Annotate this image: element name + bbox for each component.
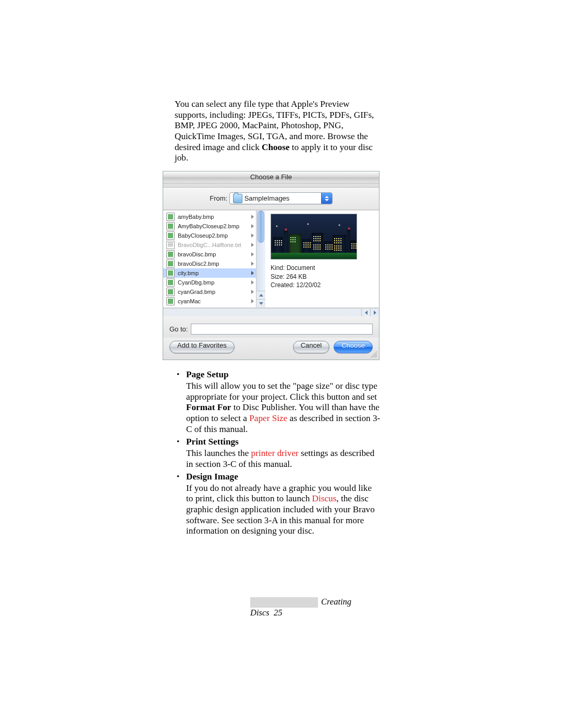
page-footer: Creating Discs 25	[250, 597, 381, 618]
file-name: city.bmp	[178, 270, 199, 277]
horizontal-scrollbar[interactable]	[163, 308, 379, 316]
section-body: This will allow you to set the "page siz…	[186, 381, 381, 435]
dialog-pinstripe	[163, 183, 379, 188]
image-file-icon	[166, 250, 175, 258]
link-text[interactable]: Paper Size	[249, 413, 287, 423]
image-file-icon	[166, 231, 175, 240]
footer-bar	[250, 597, 318, 608]
dialog-title: Choose a File	[250, 173, 292, 181]
file-name: cyanMac	[178, 298, 201, 305]
file-row[interactable]: cyanGrad.bmp	[163, 287, 256, 297]
disclosure-caret-icon	[251, 290, 254, 294]
section-body: This launches the printer driver setting…	[186, 448, 381, 470]
cancel-button[interactable]: Cancel	[293, 341, 329, 353]
file-row[interactable]: bravoDisc.bmp	[163, 250, 256, 259]
from-row: From: SampleImages	[163, 188, 379, 210]
disclosure-caret-icon	[251, 215, 254, 219]
section-heading: Design Image	[186, 472, 381, 483]
preview-column: Kind: Document Size: 264 KB Created: 12/…	[265, 211, 379, 307]
goto-label: Go to:	[169, 325, 188, 334]
folder-popup-value: SampleImages	[244, 194, 290, 203]
section-heading: Page Setup	[186, 369, 381, 380]
file-row[interactable]: CyanDbg.bmp	[163, 278, 256, 287]
file-browser: amyBaby.bmpAmyBabyCloseup2.bmpBabyCloseu…	[163, 210, 379, 308]
preview-size: Size: 264 KB	[271, 273, 374, 281]
body-text: This launches the	[186, 448, 251, 458]
hscroll-left-icon[interactable]	[361, 309, 370, 316]
hscroll-right-icon[interactable]	[370, 309, 379, 316]
intro-bold-choose: Choose	[262, 142, 289, 152]
disclosure-caret-icon	[251, 224, 254, 228]
bold-text: Format For	[186, 402, 231, 412]
preview-created: Created: 12/20/02	[271, 281, 374, 289]
preview-image	[271, 214, 357, 260]
popup-arrows-icon	[321, 193, 332, 204]
file-name: bravoDisc2.bmp	[178, 261, 219, 267]
folder-icon	[233, 194, 242, 203]
folder-popup[interactable]: SampleImages	[229, 192, 333, 204]
scrollbar-thumb[interactable]	[258, 211, 264, 243]
dialog-titlebar: Choose a File	[163, 171, 379, 184]
intro-paragraph: You can select any file type that Apple'…	[175, 99, 381, 164]
image-file-icon	[166, 278, 175, 287]
goto-row: Go to:	[163, 316, 379, 338]
image-file-icon	[166, 222, 175, 230]
link-text[interactable]: printer driver	[251, 448, 299, 458]
from-label: From:	[210, 194, 227, 203]
preview-kind: Kind: Document	[271, 264, 374, 272]
scrollbar-down-icon[interactable]	[256, 299, 265, 307]
text-file-icon	[166, 241, 175, 249]
image-file-icon	[166, 297, 175, 305]
disclosure-caret-icon	[251, 280, 254, 285]
file-name: bravoDisc.bmp	[178, 251, 216, 258]
file-row[interactable]: BravoDbgC...Halftone.txt	[163, 240, 256, 250]
file-row[interactable]: AmyBabyCloseup2.bmp	[163, 221, 256, 231]
link-text[interactable]: Discus	[312, 493, 337, 503]
image-file-icon	[166, 288, 175, 296]
file-row[interactable]: bravoDisc2.bmp	[163, 259, 256, 268]
file-name: BravoDbgC...Halftone.txt	[178, 242, 241, 249]
file-name: cyanGrad.bmp	[178, 289, 215, 295]
file-row[interactable]: amyBaby.bmp	[163, 212, 256, 221]
disclosure-caret-icon	[251, 233, 254, 238]
image-file-icon	[166, 260, 175, 268]
choose-button[interactable]: Choose	[334, 341, 373, 353]
choose-file-dialog: Choose a File From: SampleImages amyBaby…	[163, 171, 380, 361]
section-item: Page SetupThis will allow you to set the…	[175, 369, 381, 435]
section-item: Print SettingsThis launches the printer …	[175, 437, 381, 470]
dialog-button-row: Add to Favorites Cancel Choose	[163, 338, 379, 360]
footer-page-number: 25	[274, 608, 283, 618]
scrollbar-up-icon[interactable]	[256, 291, 265, 299]
body-text: This will allow you to set the "page siz…	[186, 381, 377, 402]
file-name: AmyBabyCloseup2.bmp	[178, 223, 239, 230]
file-name: CyanDbg.bmp	[178, 279, 214, 286]
section-item: Design ImageIf you do not already have a…	[175, 472, 381, 537]
disclosure-caret-icon	[251, 271, 254, 275]
disclosure-caret-icon	[251, 243, 254, 247]
disclosure-caret-icon	[251, 252, 254, 256]
image-file-icon	[166, 213, 175, 221]
image-file-icon	[166, 269, 175, 277]
file-name: amyBaby.bmp	[178, 214, 214, 220]
disclosure-caret-icon	[251, 262, 254, 266]
add-to-favorites-button[interactable]: Add to Favorites	[169, 341, 235, 353]
file-list-scrollbar[interactable]	[256, 211, 265, 307]
file-list-column[interactable]: amyBaby.bmpAmyBabyCloseup2.bmpBabyCloseu…	[163, 211, 256, 307]
disclosure-caret-icon	[251, 299, 254, 303]
sections-list: Page SetupThis will allow you to set the…	[175, 369, 381, 537]
section-body: If you do not already have a graphic you…	[186, 483, 381, 537]
goto-input[interactable]	[191, 324, 373, 335]
file-row[interactable]: cyanMac	[163, 297, 256, 306]
file-row[interactable]: city.bmp	[163, 268, 256, 278]
file-row[interactable]: BabyCloseup2.bmp	[163, 231, 256, 240]
section-heading: Print Settings	[186, 437, 381, 448]
resize-grip-icon[interactable]	[371, 351, 377, 357]
file-name: BabyCloseup2.bmp	[178, 232, 228, 239]
